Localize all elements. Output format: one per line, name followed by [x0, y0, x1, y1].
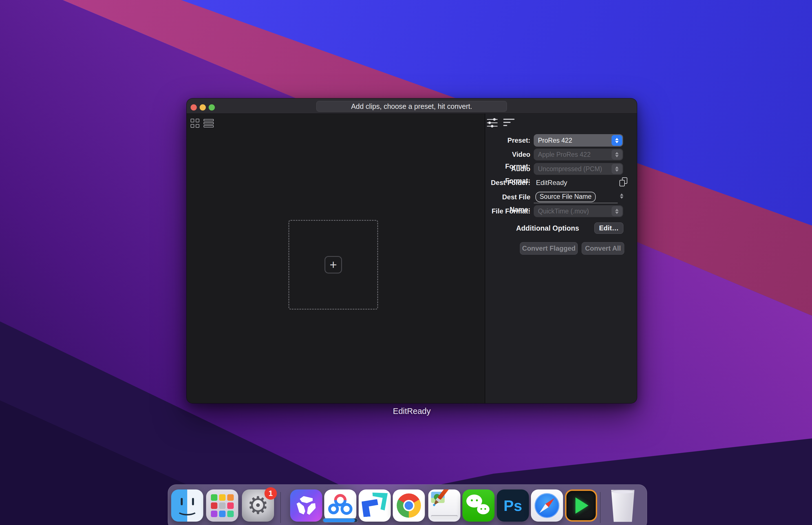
dock-item-trash[interactable]: [607, 490, 639, 522]
transfer-progress-bar: [323, 518, 358, 523]
video-format-value: Apple ProRes 422: [538, 149, 610, 161]
additional-options-label: Additional Options: [485, 223, 579, 234]
dock-item-wechat[interactable]: [462, 490, 495, 522]
popup-arrows-icon: [612, 149, 622, 160]
editready-icon: [565, 490, 597, 522]
sort-lines-icon[interactable]: [503, 119, 514, 126]
dest-file-name-field[interactable]: Source File Name: [485, 191, 637, 204]
disk-paint-app-icon: [428, 490, 461, 522]
popup-arrows-icon: [612, 164, 622, 174]
launchpad-icon: [206, 490, 238, 522]
field-underline: [534, 203, 618, 203]
edit-additional-options-button[interactable]: Edit…: [594, 223, 623, 234]
window-content: + Preset: ProRes 422 Vi: [187, 114, 637, 403]
convert-all-button[interactable]: Convert All: [582, 242, 624, 255]
dock-item-system-preferences[interactable]: 1: [242, 490, 274, 522]
status-message-pill: Add clips, choose a preset, hit convert.: [316, 101, 507, 112]
view-toggles: [191, 119, 214, 128]
dock-item-safari[interactable]: [531, 490, 563, 522]
todesk-icon: [359, 490, 391, 522]
add-clip-button[interactable]: +: [325, 256, 342, 273]
finder-icon: [171, 490, 203, 522]
video-format-popup: Apple ProRes 422: [534, 149, 623, 161]
dock-item-chrome[interactable]: [393, 490, 425, 522]
popup-arrows-icon: [612, 135, 622, 146]
file-format-popup: QuickTime (.mov): [534, 205, 623, 217]
clip-dropzone[interactable]: +: [288, 220, 378, 310]
dest-folder-label: Dest Folder:: [485, 178, 530, 188]
baidu-netdisk-icon: [324, 490, 356, 522]
dock-item-finder[interactable]: [171, 490, 203, 522]
preset-label: Preset:: [485, 134, 530, 147]
list-view-icon[interactable]: [204, 119, 214, 127]
clip-list-pane: +: [187, 114, 485, 403]
notification-badge: 1: [265, 487, 277, 500]
grid-view-icon[interactable]: [191, 119, 200, 128]
filename-token[interactable]: Source File Name: [536, 192, 596, 202]
dest-folder-value: EditReady: [536, 178, 567, 188]
popup-arrows-icon: [612, 206, 622, 216]
preset-value: ProRes 422: [538, 134, 610, 147]
token-stepper-icon[interactable]: [620, 193, 623, 199]
audio-format-popup: Uncompressed (PCM): [534, 163, 623, 175]
chrome-icon: [393, 490, 425, 522]
editready-window: Add clips, choose a preset, hit convert.…: [186, 98, 637, 404]
dock-item-todesk[interactable]: [359, 490, 391, 522]
dock-item-launchpad[interactable]: [206, 490, 238, 522]
settings-panel: Preset: ProRes 422 Video Format: Apple P…: [485, 114, 637, 403]
zoom-button[interactable]: [209, 104, 215, 110]
wechat-icon: [462, 490, 495, 522]
trash-icon: [609, 489, 637, 522]
file-format-label: File Format:: [485, 205, 530, 217]
dock-item-purple-creative-app[interactable]: [290, 490, 322, 522]
audio-format-value: Uncompressed (PCM): [538, 163, 610, 175]
window-titlebar[interactable]: Add clips, choose a preset, hit convert.: [187, 99, 637, 114]
dock-divider: [280, 492, 281, 523]
purple-creative-app-icon: [290, 490, 322, 522]
minimize-button[interactable]: [200, 104, 206, 110]
dock-item-photoshop[interactable]: Ps: [497, 490, 529, 522]
safari-icon: [531, 490, 563, 522]
dock-item-disk-paint-app[interactable]: [428, 490, 461, 522]
photoshop-icon: Ps: [497, 490, 529, 522]
preset-popup[interactable]: ProRes 422: [534, 134, 623, 147]
close-button[interactable]: [191, 104, 197, 110]
dock-item-editready[interactable]: [565, 490, 597, 522]
dock-item-baidu-netdisk[interactable]: [324, 490, 356, 522]
convert-flagged-button[interactable]: Convert Flagged: [520, 242, 578, 255]
dock-divider: [600, 492, 601, 523]
settings-sliders-icon[interactable]: [487, 118, 498, 128]
reveal-folder-icon[interactable]: [619, 177, 627, 186]
window-caption: EditReady: [186, 407, 637, 416]
file-format-value: QuickTime (.mov): [538, 205, 610, 217]
